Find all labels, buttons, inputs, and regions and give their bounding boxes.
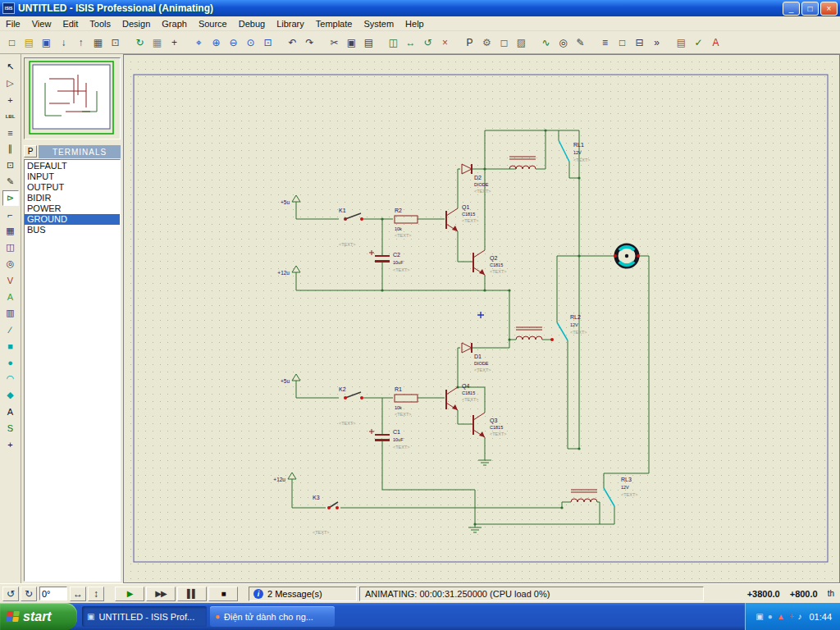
selector-item[interactable]: INPUT xyxy=(25,171,120,182)
transistor-q3[interactable]: Q3 C1815 <TEXT> xyxy=(473,413,506,437)
toggle-grid-icon[interactable]: ▦ xyxy=(148,34,166,51)
make-device-icon[interactable]: ⚙ xyxy=(478,34,495,51)
block-delete-icon[interactable]: × xyxy=(436,34,454,51)
pause-button[interactable]: ▌▌ xyxy=(177,587,207,601)
power-terminal-5v-mid[interactable]: +5u xyxy=(281,374,300,384)
ground-symbol-1[interactable] xyxy=(478,460,491,465)
refresh-display-icon[interactable]: ↻ xyxy=(131,34,148,51)
current-probe-icon[interactable]: A xyxy=(2,289,19,304)
selector-item[interactable]: BUS xyxy=(25,225,120,235)
pick-devices-button[interactable]: P xyxy=(24,145,37,158)
step-button[interactable]: ▶▶ xyxy=(146,587,176,601)
block-copy-icon[interactable]: ◫ xyxy=(385,34,402,51)
diode-d1[interactable]: D1 DIODE <TEXT> xyxy=(462,343,491,372)
switch-k3[interactable]: K3 <TEXT> xyxy=(313,495,339,535)
selector-item[interactable]: BIDIR xyxy=(25,193,120,203)
selector-item[interactable]: DEFAULT xyxy=(25,161,120,171)
pan-icon[interactable]: ⌖ xyxy=(190,34,208,51)
copy-icon[interactable]: ▣ xyxy=(343,34,360,51)
2d-symbol-icon[interactable]: S xyxy=(2,420,19,436)
2d-circle-icon[interactable]: ● xyxy=(2,354,19,370)
menu-item[interactable]: Source xyxy=(193,18,233,30)
play-button[interactable]: ▶ xyxy=(115,587,144,601)
relay-rl3[interactable]: RL3 12V <TEXT> xyxy=(571,477,637,506)
cut-icon[interactable]: ✂ xyxy=(326,34,343,51)
ground-symbol-2[interactable] xyxy=(468,527,482,532)
messenger-icon[interactable]: ● xyxy=(768,613,773,621)
power-terminal-12v-bottom[interactable]: +12u xyxy=(273,472,296,482)
menu-item[interactable]: Edit xyxy=(57,18,84,30)
packaging-tool-icon[interactable]: ◻ xyxy=(495,34,513,51)
message-panel[interactable]: i 2 Message(s) xyxy=(249,587,357,601)
2d-line-icon[interactable]: ∕ xyxy=(2,322,19,337)
transistor-q2[interactable]: Q2 C1815 <TEXT> xyxy=(473,250,506,275)
undo-icon[interactable]: ↶ xyxy=(284,34,301,51)
virtual-instruments-icon[interactable]: ▥ xyxy=(2,305,19,321)
wire-label-icon[interactable]: LBL xyxy=(2,108,19,124)
rotate-clockwise-icon[interactable]: ↻ xyxy=(21,587,37,601)
menu-item[interactable]: Debug xyxy=(233,18,271,30)
edit-window[interactable]: +5u +12u +5u +12u K1 xyxy=(123,54,840,583)
task-isis[interactable]: ▣ UNTITLED - ISIS Prof... xyxy=(82,606,207,627)
text-script-icon[interactable]: ≡ xyxy=(2,125,19,140)
goto-sheet-icon[interactable]: » xyxy=(648,34,665,51)
menu-item[interactable]: System xyxy=(358,18,399,30)
2d-arc-icon[interactable]: ◠ xyxy=(2,371,19,386)
selector-item[interactable]: GROUND xyxy=(25,214,120,225)
subcircuit-mode-icon[interactable]: ⊡ xyxy=(2,158,19,173)
false-origin-icon[interactable]: + xyxy=(166,34,183,51)
minimize-button[interactable]: _ xyxy=(783,2,800,16)
export-section-icon[interactable]: ↑ xyxy=(72,34,89,51)
power-terminal-5v-top[interactable]: +5u xyxy=(281,195,300,205)
resistor-r2[interactable]: R2 10k <TEXT> xyxy=(395,208,418,238)
block-move-icon[interactable]: ↔ xyxy=(402,34,419,51)
import-section-icon[interactable]: ↓ xyxy=(55,34,72,51)
overview-window[interactable] xyxy=(24,57,121,139)
menu-item[interactable]: Tools xyxy=(84,18,116,30)
capacitor-c1[interactable]: C1 10uF <TEXT> xyxy=(369,429,409,450)
design-explorer-icon[interactable]: ≡ xyxy=(596,34,614,51)
stop-button[interactable]: ■ xyxy=(208,587,238,601)
component-mode-icon[interactable]: ▷ xyxy=(2,75,19,91)
terminals-mode-icon[interactable]: ⊳ xyxy=(2,190,19,206)
open-design-icon[interactable]: ▤ xyxy=(21,34,38,51)
zoom-out-icon[interactable]: ⊖ xyxy=(225,34,242,51)
capacitor-c2[interactable]: C2 10uF <TEXT> xyxy=(369,250,409,272)
menu-item[interactable]: File xyxy=(0,18,26,30)
relay-rl2[interactable]: RL2 12V <TEXT> xyxy=(516,314,587,340)
buses-mode-icon[interactable]: ∥ xyxy=(2,141,19,157)
pick-device-icon[interactable]: P xyxy=(461,34,478,51)
task-browser[interactable]: ● Điện tử dành cho ng... xyxy=(210,606,335,627)
relay-rl1[interactable]: RL1 12V <TEXT> xyxy=(509,140,590,169)
menu-item[interactable]: Design xyxy=(116,18,156,30)
transistor-q1[interactable]: Q1 C1815 <TEXT> xyxy=(446,204,478,231)
graph-mode-icon[interactable]: ▦ xyxy=(2,223,19,239)
start-button[interactable]: start xyxy=(0,603,77,630)
wires[interactable] xyxy=(292,129,649,527)
block-rotate-icon[interactable]: ↺ xyxy=(419,34,436,51)
electrical-rule-check-icon[interactable]: ✓ xyxy=(690,34,707,51)
diode-d2[interactable]: D2 DIODE <TEXT> xyxy=(462,164,491,194)
2d-text-icon[interactable]: A xyxy=(2,404,19,419)
antivirus-icon[interactable]: + xyxy=(789,613,794,621)
generator-mode-icon[interactable]: ◎ xyxy=(2,256,19,272)
selector-item[interactable]: POWER xyxy=(25,203,120,214)
wire-autorouter-icon[interactable]: ∿ xyxy=(537,34,555,51)
junction-dot-icon[interactable]: + xyxy=(2,92,19,107)
decompose-icon[interactable]: ▨ xyxy=(513,34,530,51)
menu-item[interactable]: Template xyxy=(310,18,358,30)
menu-item[interactable]: Library xyxy=(271,18,310,30)
netlist-to-ares-icon[interactable]: A xyxy=(707,34,724,51)
resistor-r1[interactable]: R1 10k <TEXT> xyxy=(395,386,418,417)
zoom-in-icon[interactable]: ⊕ xyxy=(208,34,225,51)
tape-recorder-icon[interactable]: ◫ xyxy=(2,240,19,255)
selection-pointer-icon[interactable]: ↖ xyxy=(2,59,19,75)
bill-of-materials-icon[interactable]: ▤ xyxy=(673,34,690,51)
close-button[interactable]: × xyxy=(820,2,838,16)
switch-k1[interactable]: K1 <TEXT> xyxy=(339,208,363,247)
device-pins-icon[interactable]: ⌐ xyxy=(2,207,19,222)
shield-icon[interactable]: ▲ xyxy=(777,613,785,621)
property-assignment-icon[interactable]: ✎ xyxy=(572,34,589,51)
menu-item[interactable]: View xyxy=(26,18,57,30)
print-icon[interactable]: ▦ xyxy=(89,34,107,51)
